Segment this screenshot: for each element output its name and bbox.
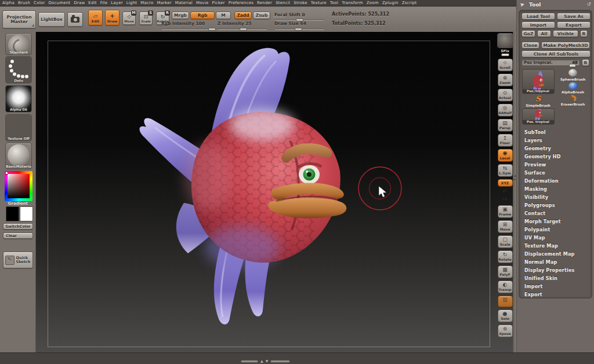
current-texture-thumbnail[interactable]: Texture Off (5, 114, 32, 141)
subpalette-row[interactable]: Layers (521, 136, 589, 144)
rgb-intensity-slider[interactable] (161, 28, 216, 30)
current-stroke-thumbnail[interactable]: Dots (5, 56, 32, 83)
menu-item[interactable]: Zscript (402, 1, 417, 5)
rgb-intensity-handle[interactable] (208, 28, 216, 31)
menu-item[interactable]: File (100, 1, 108, 5)
r-button[interactable]: R (580, 30, 588, 37)
menu-item[interactable]: Alpha (2, 1, 15, 5)
subpalette-row[interactable]: Display Properties (521, 266, 589, 274)
subpalette-row[interactable]: UV Map (521, 234, 589, 242)
clone-all-subtools-button[interactable]: Clone All SubTools (521, 50, 591, 57)
eraserbrush-item[interactable]: EraserBrush (561, 95, 585, 106)
subpalette-row[interactable]: Displacement Map (521, 250, 589, 258)
right-shelf-button[interactable]: ⊹ Scroll (498, 59, 513, 71)
tray-down-arrow[interactable]: ▼ (266, 359, 269, 363)
menu-item[interactable]: Render (257, 1, 272, 5)
history-icon[interactable]: ↺ (586, 1, 591, 7)
subpalette-row[interactable]: Geometry (521, 144, 589, 152)
menu-item[interactable]: Zplugin (382, 1, 399, 5)
visible-button[interactable]: Visible (553, 30, 578, 37)
menu-item[interactable]: Stencil (276, 1, 290, 5)
export-button[interactable]: Export (557, 21, 591, 28)
subpalette-row[interactable]: Normal Map (521, 258, 589, 266)
subpalette-row[interactable]: Visibility (521, 193, 589, 201)
spix-block[interactable]: SPix (497, 33, 513, 56)
draw-size-handle[interactable] (295, 28, 302, 31)
zadd-button[interactable]: Zadd (234, 12, 252, 19)
rgb-button[interactable]: Rgb (190, 12, 215, 19)
right-shelf-button[interactable]: ⊛ Xpose (498, 325, 513, 337)
current-tool-slider-handle[interactable] (569, 64, 576, 67)
menu-item[interactable]: Edit (88, 1, 96, 5)
right-shelf-button[interactable]: ⊞ Move (498, 220, 513, 233)
subpalette-row[interactable]: Morph Target (521, 217, 589, 225)
color-picker-gradient[interactable] (8, 174, 30, 198)
menu-item[interactable]: Brush (18, 1, 30, 5)
menu-item[interactable]: Movie (196, 1, 209, 5)
subpalette-row[interactable]: Surface (521, 169, 589, 177)
subpalette-row[interactable]: Polypaint (521, 225, 589, 234)
z-intensity-handle[interactable] (240, 28, 247, 31)
load-tool-button[interactable]: Load Tool (521, 13, 555, 20)
subpalette-row[interactable]: Contact (521, 209, 589, 217)
spix-slider[interactable] (501, 53, 509, 56)
secondary-color-swatch[interactable] (20, 206, 33, 221)
current-tool-slider[interactable]: Pez tropical. 48 (521, 59, 580, 66)
menu-item[interactable]: Marker (157, 1, 171, 5)
menu-item[interactable]: Color (34, 1, 45, 5)
document-canvas[interactable] (36, 32, 515, 352)
subpalette-row[interactable]: Texture Map (521, 242, 589, 250)
right-shelf-button[interactable]: ↷ (498, 197, 513, 203)
right-shelf-button[interactable]: ◎ AAHalf (498, 104, 513, 117)
menu-item[interactable]: Layer (111, 1, 123, 5)
right-shelf-button[interactable]: ▨ (498, 296, 513, 307)
all-button[interactable]: All (537, 30, 551, 37)
tray-scrollbar-left[interactable] (241, 360, 258, 363)
right-shelf-button[interactable]: ⊙ Actual (498, 89, 513, 101)
menu-item[interactable]: Tool (330, 1, 338, 5)
right-shelf-button[interactable]: ▣ Frame (498, 205, 513, 218)
scale-button[interactable]: ⊡ Scale S (139, 12, 153, 25)
right-shelf-button[interactable]: ◐ Transp (498, 281, 513, 293)
current-brush-thumbnail[interactable]: Standard (5, 33, 32, 55)
fish-model[interactable] (36, 32, 515, 352)
gradient-label[interactable]: Gradient (0, 201, 36, 206)
menu-item[interactable]: Zoom (367, 1, 379, 5)
lightbox-button[interactable]: LightBox (38, 12, 65, 27)
menu-item[interactable]: Picker (212, 1, 225, 5)
subpalette-row[interactable]: Polygroups (521, 201, 589, 209)
simplebrush-item[interactable]: S SimpleBrush (526, 95, 550, 107)
right-shelf-button[interactable]: ▢ Scale (498, 235, 513, 248)
m-button[interactable]: M (216, 12, 231, 19)
goz-button[interactable]: GoZ (521, 30, 535, 37)
make-polymesh3d-button[interactable]: Make PolyMesh3D (541, 42, 590, 49)
color-picker[interactable] (5, 171, 32, 201)
right-shelf-button[interactable]: ▦ PolyF (498, 265, 513, 278)
alphabrush-item[interactable]: AlphaBrush (562, 82, 584, 94)
draw-button[interactable]: + Draw (105, 10, 119, 26)
menu-item[interactable]: Document (48, 1, 70, 5)
tool-palette-header[interactable]: ➤ Tool ↺ (517, 0, 594, 9)
quick-sketch-button[interactable]: ✎ Quick Sketch (3, 252, 33, 268)
subpalette-row[interactable]: Masking (521, 185, 589, 193)
menu-item[interactable]: Macro (140, 1, 153, 5)
switch-color-button[interactable]: SwitchColor (3, 223, 33, 230)
camera-button[interactable] (67, 12, 83, 27)
recent-tool-thumbnail[interactable]: Pez. tropical (522, 108, 555, 125)
tray-up-arrow[interactable]: ▲ (260, 359, 263, 363)
right-shelf-button[interactable]: ⇆ L.Sym (498, 164, 513, 177)
right-shelf-button[interactable]: ⊕ Zoom (498, 74, 513, 86)
subpalette-row[interactable]: Preview (521, 161, 589, 169)
right-shelf-button[interactable]: ● Solo (498, 310, 513, 322)
current-tool-thumbnail[interactable]: Pez. tropical (522, 69, 555, 94)
clear-button[interactable]: Clear (3, 232, 33, 239)
subpalette-row[interactable]: Import (521, 282, 589, 290)
subpalette-row[interactable]: Unified Skin (521, 274, 589, 282)
right-shelf-button[interactable]: XYZ (498, 179, 513, 187)
right-shelf-button[interactable]: ◉ Local (498, 149, 513, 162)
tool-slider-r-button[interactable]: R (582, 59, 589, 66)
bottom-tray-handle[interactable]: ▲ ▼ (241, 359, 290, 363)
menu-item[interactable]: Stroke (294, 1, 307, 5)
import-button[interactable]: Import (521, 21, 555, 28)
move-button[interactable]: ⊹ Move M (122, 12, 136, 25)
